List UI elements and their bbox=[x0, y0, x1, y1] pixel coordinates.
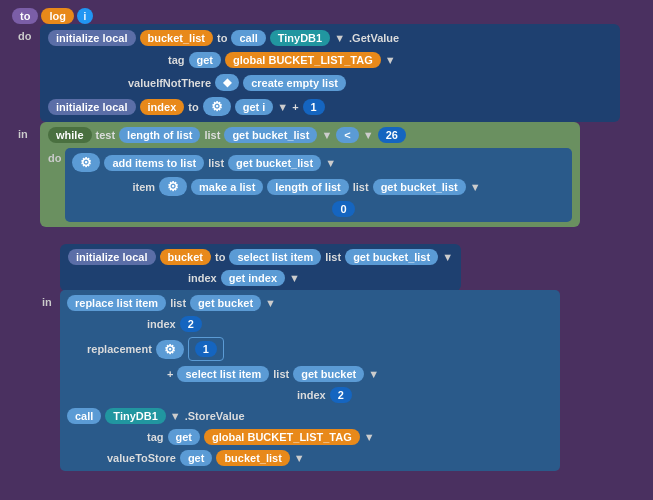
test-label: test bbox=[96, 129, 116, 141]
do-label: do bbox=[18, 30, 31, 42]
in-label: in bbox=[18, 128, 28, 140]
gear-icon4[interactable]: ⚙ bbox=[156, 340, 184, 359]
in-label2: in bbox=[42, 296, 52, 308]
add-items-row: ⚙ add items to list list get bucket_list… bbox=[72, 153, 565, 172]
bucket-list2-pill[interactable]: bucket_list bbox=[216, 450, 289, 466]
to-text: to bbox=[217, 32, 227, 44]
dropdown-arrow3[interactable]: ▼ bbox=[277, 101, 288, 113]
lt-pill: < bbox=[336, 127, 358, 143]
index-label: index bbox=[188, 272, 217, 284]
get-bucket-pill[interactable]: get bucket bbox=[190, 295, 261, 311]
list-label2: list bbox=[208, 157, 224, 169]
to-text2: to bbox=[188, 101, 198, 113]
index2-row: index 2 bbox=[67, 316, 553, 332]
replace-list-row: replace list item list get bucket ▼ bbox=[67, 295, 553, 311]
get-bucket-list3-pill[interactable]: get bucket_list bbox=[373, 179, 466, 195]
one-pill: 1 bbox=[303, 99, 325, 115]
dropdown-arrow5[interactable]: ▼ bbox=[363, 129, 374, 141]
tag-label: tag bbox=[168, 54, 185, 66]
init-index-row: initialize local index to ⚙ get i ▼ + 1 bbox=[48, 97, 612, 116]
item-row: item ⚙ make a list length of list list g… bbox=[72, 177, 565, 196]
while-test-row: while test length of list list get bucke… bbox=[48, 127, 572, 143]
global-bucket-list-tag[interactable]: global BUCKET_LIST_TAG bbox=[225, 52, 381, 68]
dropdown-arrow9[interactable]: ▼ bbox=[289, 272, 300, 284]
list-label: list bbox=[204, 129, 220, 141]
do-label2: do bbox=[48, 148, 61, 164]
dropdown-arrow12[interactable]: ▼ bbox=[170, 410, 181, 422]
index3-row: index 2 bbox=[67, 387, 553, 403]
replacement-row: replacement ⚙ 1 bbox=[67, 337, 553, 361]
tag-label2: tag bbox=[147, 431, 164, 443]
getvalue-text: .GetValue bbox=[349, 32, 399, 44]
get-bucket-list4-pill[interactable]: get bucket_list bbox=[345, 249, 438, 265]
get-bucket-list2-pill[interactable]: get bucket_list bbox=[228, 155, 321, 171]
twentysix-pill: 26 bbox=[378, 127, 406, 143]
dropdown-arrow2[interactable]: ▼ bbox=[385, 54, 396, 66]
value-if-not-there-label: valueIfNotThere bbox=[128, 77, 211, 89]
dropdown-arrow10[interactable]: ▼ bbox=[265, 297, 276, 309]
get2-label: get bbox=[168, 429, 201, 445]
gear-icon[interactable]: ⚙ bbox=[203, 97, 231, 116]
plus2-sign: + bbox=[167, 368, 173, 380]
log-label[interactable]: log bbox=[41, 8, 74, 24]
index-label2: index bbox=[147, 318, 176, 330]
make-a-list-pill: make a list bbox=[191, 179, 263, 195]
list-label4: list bbox=[325, 251, 341, 263]
tinydb1-pill[interactable]: TinyDB1 bbox=[270, 30, 330, 46]
connector-dot: ◆ bbox=[215, 74, 239, 91]
one2-pill: 1 bbox=[195, 341, 217, 357]
value-to-store-row: valueToStore get bucket_list ▼ bbox=[67, 450, 553, 466]
get3-label: get bbox=[180, 450, 213, 466]
get-bucket-list-pill[interactable]: get bucket_list bbox=[224, 127, 317, 143]
dropdown-arrow8[interactable]: ▼ bbox=[442, 251, 453, 263]
select-list-item2-pill: select list item bbox=[177, 366, 269, 382]
info-icon[interactable]: i bbox=[77, 8, 93, 24]
workspace: to log i do initialize local bucket_list… bbox=[0, 0, 653, 500]
tag-row: tag get global BUCKET_LIST_TAG ▼ bbox=[48, 52, 612, 68]
while-do-section: do ⚙ add items to list list get bucket_l… bbox=[48, 148, 572, 222]
length-of-list-pill: length of list bbox=[119, 127, 200, 143]
get-bucket2-pill[interactable]: get bucket bbox=[293, 366, 364, 382]
dropdown-arrow[interactable]: ▼ bbox=[334, 32, 345, 44]
gear-icon3[interactable]: ⚙ bbox=[159, 177, 187, 196]
dropdown-arrow6[interactable]: ▼ bbox=[325, 157, 336, 169]
get-index-pill[interactable]: get index bbox=[221, 270, 285, 286]
create-empty-list[interactable]: create empty list bbox=[243, 75, 346, 91]
index-pill[interactable]: index bbox=[140, 99, 185, 115]
list-label3: list bbox=[353, 181, 369, 193]
while-label: while bbox=[48, 127, 92, 143]
replace-list-item-pill: replace list item bbox=[67, 295, 166, 311]
index-row: index get index ▼ bbox=[68, 270, 453, 286]
dropdown-arrow11[interactable]: ▼ bbox=[368, 368, 379, 380]
to-label: to bbox=[12, 8, 38, 24]
list-label6: list bbox=[273, 368, 289, 380]
init-local-label3: initialize local bbox=[68, 249, 156, 265]
bucket-pill[interactable]: bucket bbox=[160, 249, 211, 265]
store-value-text: .StoreValue bbox=[185, 410, 245, 422]
list-label5: list bbox=[170, 297, 186, 309]
value-if-not-there-row: valueIfNotThere ◆ create empty list bbox=[48, 74, 612, 91]
item-label: item bbox=[132, 181, 155, 193]
plus-select-row: + select list item list get bucket ▼ bbox=[67, 366, 553, 382]
init-local-label: initialize local bbox=[48, 30, 136, 46]
get-i-pill[interactable]: get i bbox=[235, 99, 274, 115]
header-row: to log i bbox=[12, 8, 93, 24]
init-bucket-row: initialize local bucket to select list i… bbox=[68, 249, 453, 265]
value-to-store-label: valueToStore bbox=[107, 452, 176, 464]
gear-icon2[interactable]: ⚙ bbox=[72, 153, 100, 172]
dropdown-arrow14[interactable]: ▼ bbox=[294, 452, 305, 464]
bucket-list-pill[interactable]: bucket_list bbox=[140, 30, 213, 46]
dropdown-arrow13[interactable]: ▼ bbox=[364, 431, 375, 443]
call-label: call bbox=[231, 30, 265, 46]
two2-pill: 2 bbox=[330, 387, 352, 403]
store-value-row: call TinyDB1 ▼ .StoreValue bbox=[67, 408, 553, 424]
while-do-block: ⚙ add items to list list get bucket_list… bbox=[65, 148, 572, 222]
init-bucket-list-row: initialize local bucket_list to call Tin… bbox=[48, 30, 612, 46]
length-of-list2-pill: length of list bbox=[267, 179, 348, 195]
replacement-label: replacement bbox=[87, 343, 152, 355]
dropdown-arrow7[interactable]: ▼ bbox=[470, 181, 481, 193]
tinydb2-pill[interactable]: TinyDB1 bbox=[105, 408, 165, 424]
to-text3: to bbox=[215, 251, 225, 263]
global-bucket-list-tag2[interactable]: global BUCKET_LIST_TAG bbox=[204, 429, 360, 445]
dropdown-arrow4[interactable]: ▼ bbox=[321, 129, 332, 141]
